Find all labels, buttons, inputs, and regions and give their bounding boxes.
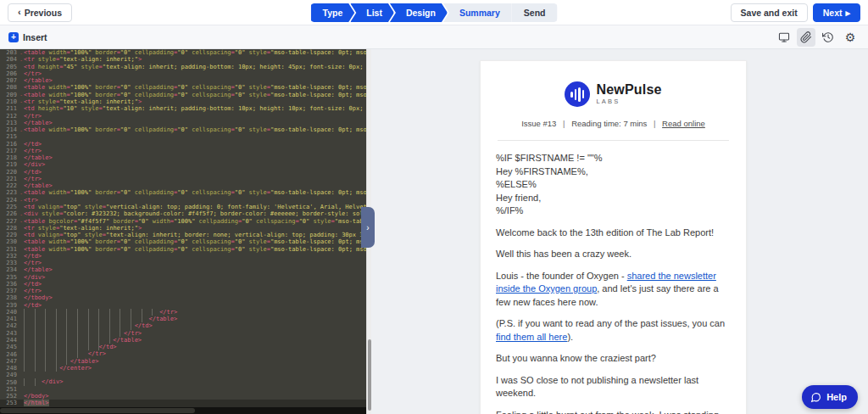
settings-button[interactable]: ⚙ bbox=[841, 28, 860, 47]
code-line[interactable]: 230<table width="100%" border="0" cellpa… bbox=[0, 238, 366, 245]
code-lines: 203-<table width="100%" border="0" cellp… bbox=[0, 49, 366, 407]
previous-button[interactable]: ‹ Previous bbox=[8, 3, 72, 22]
code-line[interactable]: 231<table width="100%" border="0" cellpa… bbox=[0, 245, 366, 252]
code-line[interactable]: 237</tr> bbox=[0, 288, 366, 294]
code-line[interactable]: 212</tr> bbox=[0, 112, 366, 119]
code-line[interactable]: 248</center> bbox=[0, 365, 366, 372]
save-and-exit-label: Save and exit bbox=[741, 8, 798, 18]
code-line[interactable]: 205<td height="45" style="text-align: in… bbox=[0, 64, 366, 70]
code-line[interactable]: 251 bbox=[0, 386, 366, 393]
code-line[interactable]: 211<td height="10" style="text-align: in… bbox=[0, 105, 366, 112]
chevron-right-icon: ▸ bbox=[845, 8, 850, 18]
history-button[interactable] bbox=[819, 28, 837, 47]
tab-summary[interactable]: Summary bbox=[443, 3, 512, 22]
next-label: Next bbox=[823, 8, 843, 18]
code-line[interactable]: 240</tr> bbox=[0, 309, 366, 316]
code-line[interactable]: 241</table> bbox=[0, 316, 366, 322]
email-link[interactable]: shared the newsletter inside the Oxygen … bbox=[496, 271, 716, 294]
tab-design[interactable]: Design bbox=[390, 3, 448, 22]
tab-send[interactable]: Send bbox=[512, 3, 558, 22]
code-line[interactable]: 213</table> bbox=[0, 120, 366, 126]
issue-meta-line: Issue #13 | Reading time: 7 mins | Read … bbox=[496, 119, 731, 128]
meta-separator: | bbox=[654, 119, 655, 128]
code-line[interactable]: 236</td> bbox=[0, 281, 366, 288]
chat-bubble-icon bbox=[810, 392, 821, 403]
code-line[interactable]: 238</tbody> bbox=[0, 294, 366, 301]
code-line[interactable]: 244</table> bbox=[0, 337, 366, 344]
email-paragraph: But you wanna know the craziest part? bbox=[496, 352, 731, 366]
code-line[interactable]: 204-<tr style="text-align: inherit;"> bbox=[0, 56, 366, 63]
code-line[interactable]: 245</td> bbox=[0, 344, 366, 350]
code-line[interactable]: 221</tr> bbox=[0, 176, 366, 182]
code-line[interactable]: 249 bbox=[0, 372, 366, 378]
help-button[interactable]: Help bbox=[802, 385, 858, 409]
paperclip-icon bbox=[800, 31, 812, 43]
code-line[interactable]: 207</table> bbox=[0, 77, 366, 84]
top-bar: ‹ Previous Type List Design Summary Send… bbox=[0, 0, 868, 25]
desktop-preview-button[interactable] bbox=[775, 28, 793, 47]
code-line[interactable]: 234</table> bbox=[0, 266, 366, 273]
tab-send-label: Send bbox=[524, 8, 546, 18]
code-line[interactable]: 226-<div style="color: #323232; backgrou… bbox=[0, 210, 366, 217]
help-label: Help bbox=[826, 392, 847, 402]
code-line[interactable]: 250</div> bbox=[0, 378, 366, 385]
email-paragraph: %IF $FIRSTNAME != ""%Hey %FIRSTNAME%,%EL… bbox=[496, 152, 731, 218]
code-line[interactable]: 246</tr> bbox=[0, 350, 366, 357]
code-line[interactable]: 225<td valign="top" style="vertical-alig… bbox=[0, 204, 366, 210]
code-line[interactable]: 209-<table width="100%" border="0" cellp… bbox=[0, 92, 366, 98]
monitor-icon bbox=[778, 31, 790, 43]
email-preview-pane: NewPulse LABS Issue #13 | Reading time: … bbox=[371, 49, 868, 414]
tab-design-label: Design bbox=[406, 8, 436, 18]
panel-collapse-handle[interactable]: › bbox=[361, 207, 375, 248]
code-line[interactable]: 218</table> bbox=[0, 154, 366, 161]
code-line[interactable]: 228<tr style="text-align: inherit;"> bbox=[0, 225, 366, 232]
code-line[interactable]: 203-<table width="100%" border="0" cellp… bbox=[0, 49, 366, 56]
code-line[interactable]: 210-<tr style="text-align: inherit;"> bbox=[0, 98, 366, 105]
code-line[interactable]: 242</td> bbox=[0, 322, 366, 329]
tab-list-label: List bbox=[366, 8, 382, 18]
code-line[interactable]: 235</div> bbox=[0, 274, 366, 281]
editor-horizontal-scrollbar[interactable] bbox=[0, 407, 366, 414]
tab-list[interactable]: List bbox=[350, 3, 394, 22]
code-line[interactable]: 227-<table bgcolor="#f4f5f7" border="0" … bbox=[0, 217, 366, 224]
tab-type[interactable]: Type bbox=[311, 3, 355, 22]
html-code-editor[interactable]: 203-<table width="100%" border="0" cellp… bbox=[0, 49, 371, 414]
code-line[interactable]: 219</div> bbox=[0, 161, 366, 168]
code-line[interactable]: 222</table> bbox=[0, 182, 366, 189]
code-line[interactable]: 252</body> bbox=[0, 393, 366, 400]
code-line[interactable]: 229<td valign="top" style="text-align: i… bbox=[0, 232, 366, 238]
email-paragraph: Welcome back to the 13th edition of The … bbox=[496, 227, 731, 240]
code-line[interactable]: 215 bbox=[0, 133, 366, 140]
code-line[interactable]: 216</td> bbox=[0, 140, 366, 147]
plus-icon: + bbox=[8, 32, 19, 42]
code-line[interactable]: 233</tr> bbox=[0, 260, 366, 266]
next-button[interactable]: Next ▸ bbox=[813, 3, 860, 22]
code-line[interactable]: 243</tr> bbox=[0, 330, 366, 337]
tab-type-label: Type bbox=[323, 8, 343, 18]
header-divider bbox=[498, 140, 729, 141]
code-line[interactable]: 217</tr> bbox=[0, 148, 366, 154]
code-line[interactable]: 208<table width="100%" border="0" cellpa… bbox=[0, 84, 366, 91]
email-paragraph: (P.S. if you want to read any of the pas… bbox=[496, 317, 731, 344]
meta-separator: | bbox=[563, 119, 565, 128]
code-line[interactable]: 206</tr> bbox=[0, 70, 366, 77]
save-and-exit-button[interactable]: Save and exit bbox=[731, 3, 808, 22]
wizard-steps: Type List Design Summary Send bbox=[311, 3, 558, 22]
code-line[interactable]: 247</table> bbox=[0, 358, 366, 365]
email-link[interactable]: find them all here bbox=[496, 332, 567, 342]
email-paragraph: Feeling a little burnt out from the week… bbox=[496, 409, 731, 414]
code-line[interactable]: 220</td> bbox=[0, 169, 366, 176]
code-line[interactable]: 223-<table width="100%" border="0" cellp… bbox=[0, 189, 366, 196]
code-line[interactable]: 232</td> bbox=[0, 253, 366, 260]
code-line[interactable]: 253</html> bbox=[0, 400, 366, 406]
previous-label: Previous bbox=[25, 8, 62, 18]
code-line[interactable]: 224-<tr> bbox=[0, 197, 366, 204]
code-line[interactable]: 239</td> bbox=[0, 302, 366, 309]
insert-button[interactable]: + Insert bbox=[8, 32, 47, 42]
code-line[interactable]: 214-<table width="100%" border="0" cellp… bbox=[0, 126, 366, 133]
chevron-left-icon: ‹ bbox=[18, 8, 21, 17]
horizontal-scrollbar-thumb[interactable] bbox=[0, 408, 195, 413]
email-paragraph: I was SO close to not publishing a newsl… bbox=[496, 374, 731, 400]
read-online-link[interactable]: Read online bbox=[662, 119, 705, 128]
attachment-button[interactable] bbox=[797, 28, 815, 47]
